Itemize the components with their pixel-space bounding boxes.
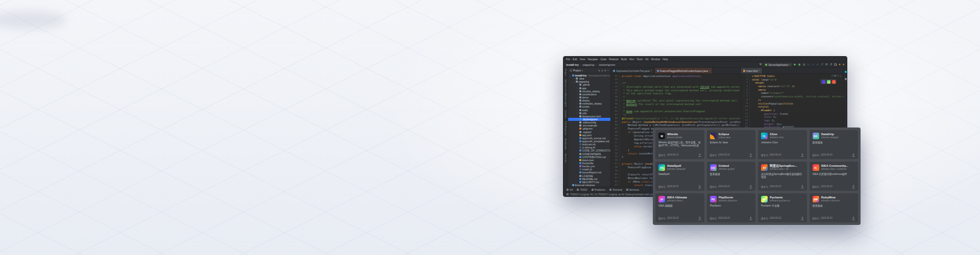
menu-item[interactable]: File [566, 58, 570, 61]
menu-item[interactable]: Git [645, 58, 648, 61]
tree-item-label: LICENSE [582, 174, 593, 177]
menu-item[interactable]: Navigate [587, 58, 598, 61]
git-commit-icon[interactable]: ✓ [817, 63, 819, 66]
settings-icon[interactable]: ⚙ [825, 63, 828, 66]
notification-dot-icon[interactable]: ● [839, 63, 840, 66]
bottom-tool-button[interactable]: Problems [592, 188, 605, 191]
project-toolbar-icon[interactable]: ⊕ [598, 69, 600, 72]
software-card[interactable]: DG DataGrip jetbrains datagrip 暂无描述 版本号:… [810, 130, 859, 159]
more-actions-icon[interactable]: ⋯ [807, 63, 810, 66]
software-card[interactable]: Eclipse eclipse java Eclipse for Java 版本… [707, 130, 756, 159]
line-number: 52 [611, 145, 620, 148]
download-button[interactable] [800, 185, 804, 189]
software-card[interactable]: GO Goland jetbrains goland 暂无描述 版本号: 202… [707, 162, 756, 191]
menu-item[interactable]: Help [663, 58, 668, 61]
software-card[interactable]: CL Clion jetbrains clion Jetbrains Clion… [758, 130, 807, 159]
bottom-tool-button[interactable]: Git [567, 188, 573, 191]
software-card[interactable]: W Whistle devtool whistle Whistle 调试代理工具… [655, 130, 704, 159]
tool-window-stripe-button[interactable]: Pull Requests [565, 121, 567, 135]
code-line: 38 * [611, 95, 741, 99]
download-button[interactable] [851, 216, 855, 220]
tool-window-stripe-button[interactable]: Project [565, 69, 567, 76]
editor-tab[interactable]: ApplicationControllerTest.java × [611, 68, 655, 73]
plugin-icon[interactable] [832, 80, 836, 84]
inspection-widget[interactable]: ✓ 98 ⌃ ⌄ [830, 74, 842, 77]
run-config-selector[interactable]: ServerApplication ▾ [764, 63, 792, 67]
plugin-icon[interactable] [822, 80, 825, 84]
version-label: 版本号: [710, 154, 718, 157]
menu-item[interactable]: Build [621, 58, 627, 61]
close-icon[interactable]: × [759, 69, 761, 72]
software-card[interactable]: IC IDEA Community... jetbrains idea + co… [810, 162, 859, 191]
bottom-tool-button[interactable]: Services [626, 188, 639, 191]
tool-window-stripe-button[interactable]: Bookmarks [565, 139, 567, 150]
software-card[interactable]: IU IDEA Ultimate jetbrains idea-u IDEA 旗… [655, 193, 704, 222]
app-logo-monogram: DG [814, 135, 818, 138]
close-icon[interactable]: × [709, 69, 710, 72]
hamburger-icon[interactable]: ☰ [570, 69, 572, 72]
menu-item[interactable]: Edit [573, 58, 577, 61]
tool-window-icon [592, 189, 594, 191]
coverage-icon[interactable]: ◎ [803, 63, 805, 66]
download-button[interactable] [749, 153, 753, 157]
debug-icon[interactable]: ◉ [798, 63, 801, 66]
menu-item[interactable]: Run [629, 58, 634, 61]
build-hammer-icon[interactable]: ⚒ [759, 63, 762, 66]
download-button[interactable] [851, 185, 855, 189]
download-button[interactable] [749, 185, 753, 189]
project-toolbar-icon[interactable]: ◎ [601, 69, 603, 72]
chevron-up-icon[interactable]: ⌃ [837, 74, 839, 77]
project-toolbar-icon[interactable]: ⚙ [604, 69, 606, 72]
editor-tab[interactable]: index.html × [741, 68, 763, 73]
plugin-icon[interactable] [827, 80, 830, 84]
menu-item[interactable]: Tools [636, 58, 643, 61]
profile-dot-icon[interactable]: ● [843, 63, 844, 66]
menu-item[interactable]: View [580, 58, 585, 61]
git-update-icon[interactable]: ✓ [812, 63, 815, 66]
download-button[interactable] [698, 153, 702, 157]
download-button[interactable] [698, 216, 702, 220]
software-card[interactable]: DS DataSpell jetbrains dataspell DataSpe… [655, 162, 704, 191]
software-card[interactable]: IU 阿里云SpringBoo... jetbrains idea + ali … [758, 162, 807, 191]
download-button[interactable] [800, 153, 804, 157]
chevron-down-icon[interactable]: ▾ [582, 69, 583, 72]
file-icon [579, 162, 582, 164]
breadcrumb-item[interactable]: pageplug [583, 63, 595, 66]
app-logo-icon: PS [710, 196, 717, 202]
editor-tab[interactable]: FeatureFlaggedMethodInvokerAspect.java × [655, 68, 713, 73]
app-description: 适合阿里云SpringBoot脚手架创建的项目 [761, 172, 804, 178]
code-text [620, 159, 622, 162]
software-store-panel: W Whistle devtool whistle Whistle 调试代理工具… [653, 128, 861, 225]
project-toolbar-icon[interactable]: ─ [607, 69, 609, 72]
bottom-tool-button[interactable]: Terminal [609, 188, 622, 191]
tree-item-label: utils [582, 112, 587, 115]
download-button[interactable] [800, 216, 804, 220]
download-button[interactable] [698, 185, 702, 189]
lingma-icon[interactable] [845, 78, 847, 80]
breadcrumb-item[interactable]: .dockerignore [598, 63, 615, 66]
notifications-icon[interactable] [845, 85, 847, 87]
project-name[interactable]: install-try [566, 63, 579, 66]
file-icon [579, 149, 582, 151]
tool-window-stripe-button[interactable]: Welcome to GitHub Copilot [565, 80, 567, 107]
close-icon[interactable]: × [651, 69, 652, 72]
software-card[interactable]: PS PhpStorm jetbrains phpstorm PhpStorm … [707, 193, 756, 222]
history-icon[interactable]: ↺ [830, 63, 832, 66]
tree-arrow-icon: › [576, 99, 578, 102]
copilot-chat-icon[interactable] [845, 71, 847, 73]
bottom-tool-label: Terminal [612, 188, 622, 191]
download-button[interactable] [851, 153, 855, 157]
tool-window-stripe-button[interactable]: Commit [565, 110, 567, 118]
search-icon[interactable] [834, 63, 837, 66]
software-card[interactable]: PC Pycharm jetbrains pycharm-p Pycharm 专… [758, 193, 807, 222]
chevron-down-icon[interactable]: ⌄ [840, 74, 841, 77]
run-icon[interactable]: ▶ [794, 63, 796, 66]
software-card[interactable]: RM RubyMine jetbrains rubymine 暂无描述 版本号:… [810, 193, 859, 222]
git-push-icon[interactable]: ↗ [821, 63, 823, 66]
download-button[interactable] [749, 216, 753, 220]
menu-item[interactable]: Window [651, 58, 660, 61]
tool-window-stripe-button[interactable]: Structure [565, 154, 567, 163]
menu-item[interactable]: Refactor [609, 58, 619, 61]
bottom-tool-button[interactable]: TODO [577, 188, 587, 191]
menu-item[interactable]: Code [600, 58, 606, 61]
